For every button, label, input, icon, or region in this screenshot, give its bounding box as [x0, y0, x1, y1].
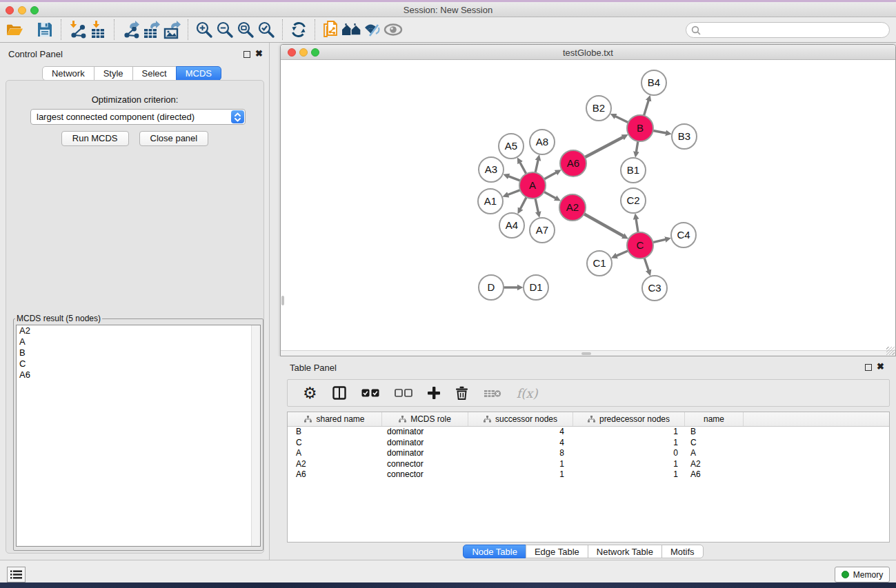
- table-row[interactable]: Adominator80A: [288, 448, 889, 459]
- hide-graphics-details-button[interactable]: [362, 19, 383, 40]
- delete-column-button[interactable]: [455, 383, 468, 403]
- graph-node-A7[interactable]: A7: [530, 218, 555, 243]
- window-resize-grip[interactable]: [886, 347, 895, 355]
- network-vertical-scroll-thumb[interactable]: [281, 296, 284, 305]
- column-header-MCDS-role[interactable]: MCDS role: [382, 412, 468, 426]
- table-row[interactable]: A6connector11A6: [288, 469, 889, 480]
- table-row[interactable]: Cdominator41C: [288, 438, 889, 449]
- graph-node-B1[interactable]: B1: [621, 158, 646, 183]
- graph-edge-B-B1[interactable]: [636, 141, 638, 152]
- export-table-button[interactable]: [141, 19, 161, 40]
- zoom-fit-button[interactable]: [235, 19, 256, 40]
- network-horizontal-scroll-thumb[interactable]: [581, 352, 591, 355]
- graph-node-C3[interactable]: C3: [642, 276, 667, 301]
- graph-node-A4[interactable]: A4: [499, 213, 524, 238]
- new-network-from-selection-button[interactable]: [321, 19, 341, 40]
- graph-node-D1[interactable]: D1: [524, 275, 548, 300]
- graph-node-B[interactable]: B: [627, 115, 653, 141]
- graph-node-A5[interactable]: A5: [499, 134, 524, 159]
- float-table-panel-icon[interactable]: [865, 364, 872, 371]
- mcds-result-item[interactable]: A6: [17, 369, 260, 381]
- graph-edge-A-A6[interactable]: [544, 172, 557, 179]
- add-column-button[interactable]: [428, 383, 440, 403]
- graph-node-C1[interactable]: C1: [587, 251, 612, 276]
- graph-node-C2[interactable]: C2: [621, 188, 646, 213]
- column-header-shared-name[interactable]: shared name: [288, 412, 382, 426]
- table-row[interactable]: A2connector11A2: [288, 459, 889, 470]
- graph-node-B4[interactable]: B4: [641, 70, 666, 95]
- open-session-button[interactable]: [4, 19, 25, 40]
- graph-edge-A-A3[interactable]: [508, 176, 520, 181]
- graph-edge-B-B3[interactable]: [653, 131, 666, 134]
- tab-select[interactable]: Select: [132, 66, 177, 81]
- column-header-predecessor-nodes[interactable]: predecessor nodes: [573, 412, 685, 426]
- mcds-result-item[interactable]: A2: [17, 325, 260, 336]
- graph-edge-A-A1[interactable]: [508, 190, 520, 195]
- graph-edge-C-C3[interactable]: [644, 258, 648, 270]
- split-columns-button[interactable]: [332, 383, 346, 403]
- tab-edge-table[interactable]: Edge Table: [526, 545, 588, 558]
- zoom-in-button[interactable]: [194, 19, 215, 40]
- mcds-result-list[interactable]: A2ABCA6: [16, 325, 261, 547]
- tab-node-table[interactable]: Node Table: [463, 545, 526, 558]
- graph-edge-C-C1[interactable]: [617, 251, 628, 256]
- network-horizontal-scrollbar[interactable]: [281, 350, 895, 356]
- table-row[interactable]: Bdominator41B: [288, 427, 889, 438]
- graph-node-A1[interactable]: A1: [478, 189, 503, 214]
- settings-gear-button[interactable]: ⚙: [303, 383, 317, 403]
- graph-edge-C-C4[interactable]: [653, 239, 666, 242]
- search-input[interactable]: [704, 24, 889, 37]
- close-table-panel-icon[interactable]: ✖: [877, 363, 884, 370]
- zoom-out-button[interactable]: [215, 19, 235, 40]
- network-graph-canvas[interactable]: B4B2BB3A8A5A6A3B1AC2A1A2A4A7C4CC1DD1C3: [281, 60, 895, 351]
- delete-table-button[interactable]: [484, 383, 501, 403]
- graph-edge-A-A4[interactable]: [520, 197, 526, 209]
- save-session-button[interactable]: [34, 19, 55, 40]
- graph-edge-C-C2[interactable]: [636, 219, 638, 233]
- graph-edge-A-A8[interactable]: [535, 160, 538, 172]
- zoom-selected-button[interactable]: [256, 19, 277, 40]
- mcds-result-item[interactable]: C: [17, 358, 260, 369]
- import-network-button[interactable]: [67, 19, 88, 40]
- mcds-result-item[interactable]: A: [17, 336, 260, 347]
- graph-edge-A2-C[interactable]: [584, 214, 624, 236]
- graph-edge-B-B2[interactable]: [615, 116, 628, 123]
- tab-network[interactable]: Network: [42, 66, 94, 81]
- tab-style[interactable]: Style: [94, 66, 133, 81]
- function-builder-button[interactable]: f(x): [517, 383, 538, 403]
- float-panel-icon[interactable]: [243, 51, 250, 58]
- graph-node-C[interactable]: C: [627, 232, 653, 258]
- graph-node-C4[interactable]: C4: [671, 223, 696, 247]
- graph-edge-A-A7[interactable]: [535, 199, 538, 212]
- column-header-successor-nodes[interactable]: successor nodes: [468, 412, 573, 426]
- graph-edge-A-A5[interactable]: [520, 163, 526, 174]
- show-graphics-details-button[interactable]: [383, 19, 404, 40]
- close-panel-button[interactable]: Close panel: [139, 131, 209, 146]
- graph-node-A8[interactable]: A8: [530, 130, 555, 154]
- graph-edge-A-A2[interactable]: [544, 192, 556, 198]
- export-image-button[interactable]: [161, 19, 182, 40]
- criterion-select[interactable]: largest connected component (directed): [30, 109, 246, 125]
- graph-node-A6[interactable]: A6: [560, 150, 586, 176]
- graph-node-A2[interactable]: A2: [559, 194, 586, 221]
- graph-edge-B-B4[interactable]: [644, 101, 649, 116]
- run-mcds-button[interactable]: Run MCDS: [61, 131, 129, 146]
- deselect-all-button[interactable]: [395, 383, 412, 403]
- graph-node-D[interactable]: D: [479, 275, 504, 300]
- mcds-result-item[interactable]: B: [17, 347, 260, 358]
- import-table-button[interactable]: [88, 19, 108, 40]
- memory-status-button[interactable]: Memory: [835, 567, 890, 582]
- graph-node-B3[interactable]: B3: [672, 124, 697, 149]
- export-network-button[interactable]: [120, 19, 141, 40]
- tab-network-table[interactable]: Network Table: [588, 545, 662, 558]
- result-list-scrollbar[interactable]: [251, 325, 260, 546]
- home-button[interactable]: [341, 19, 362, 40]
- tab-mcds[interactable]: MCDS: [176, 66, 221, 81]
- close-panel-icon[interactable]: ✖: [255, 50, 263, 57]
- column-header-name[interactable]: name: [685, 412, 744, 426]
- search-field[interactable]: [686, 22, 890, 38]
- graph-edge-A6-B[interactable]: [585, 137, 623, 157]
- graph-node-A[interactable]: A: [519, 172, 546, 199]
- graph-node-B2[interactable]: B2: [586, 96, 611, 121]
- graph-node-A3[interactable]: A3: [479, 157, 504, 182]
